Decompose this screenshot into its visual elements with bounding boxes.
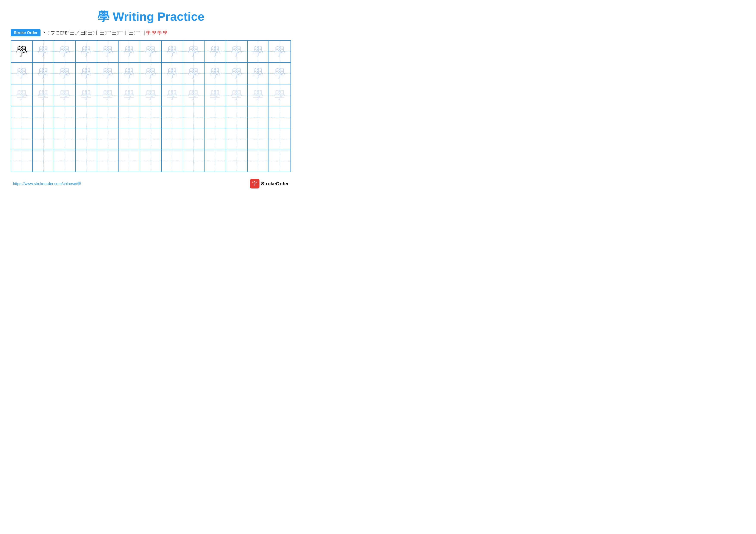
- stroke-step-5: E': [60, 30, 64, 36]
- grid-cell-6-9[interactable]: [183, 150, 205, 172]
- grid-cell-6-4[interactable]: [76, 150, 97, 172]
- footer-link[interactable]: https://www.strokeorder.com/chinese/學: [13, 181, 81, 186]
- grid-cell-1-8[interactable]: 學: [162, 41, 183, 62]
- footer-brand: 字 StrokeOrder: [250, 179, 289, 189]
- grid-cell-6-13[interactable]: [269, 150, 290, 172]
- grid-cell-2-9[interactable]: 學: [183, 63, 205, 84]
- grid-cell-3-1[interactable]: 學: [11, 85, 33, 106]
- grid-cell-2-5[interactable]: 學: [97, 63, 119, 84]
- grid-cell-4-7[interactable]: [140, 106, 162, 128]
- stroke-step-9: 彐𠄌丨: [88, 30, 99, 36]
- grid-cell-2-2[interactable]: 學: [33, 63, 54, 84]
- grid-cell-1-10[interactable]: 學: [204, 41, 226, 62]
- grid-cell-6-7[interactable]: [140, 150, 162, 172]
- grid-cell-4-8[interactable]: [162, 106, 183, 128]
- grid-cell-3-7[interactable]: 學: [140, 85, 162, 106]
- grid-cell-6-6[interactable]: [119, 150, 140, 172]
- grid-cell-3-5[interactable]: 學: [97, 85, 119, 106]
- grid-cell-2-1[interactable]: 學: [11, 63, 33, 84]
- grid-cell-2-3[interactable]: 學: [54, 63, 76, 84]
- stroke-step-2: 𠃌: [48, 30, 50, 36]
- grid-cell-1-2[interactable]: 學: [33, 41, 54, 62]
- grid-cell-1-12[interactable]: 學: [248, 41, 269, 62]
- grid-cell-2-12[interactable]: 學: [248, 63, 269, 84]
- grid-cell-1-6[interactable]: 學: [119, 41, 140, 62]
- grid-cell-4-11[interactable]: [226, 106, 248, 128]
- grid-cell-3-2[interactable]: 學: [33, 85, 54, 106]
- grid-cell-6-1[interactable]: [11, 150, 33, 172]
- grid-cell-6-3[interactable]: [54, 150, 76, 172]
- stroke-step-16: 學: [163, 30, 168, 36]
- title-writing-practice: Writing Practice: [113, 10, 204, 23]
- grid-cell-5-3[interactable]: [54, 128, 76, 150]
- stroke-step-11: 彐𠄌冖丨: [112, 30, 128, 36]
- grid-cell-5-12[interactable]: [248, 128, 269, 150]
- grid-cell-2-10[interactable]: 學: [204, 63, 226, 84]
- grid-cell-5-11[interactable]: [226, 128, 248, 150]
- grid-cell-2-8[interactable]: 學: [162, 63, 183, 84]
- grid-cell-4-9[interactable]: [183, 106, 205, 128]
- grid-cell-4-2[interactable]: [33, 106, 54, 128]
- grid-row-4: [11, 106, 290, 128]
- grid-cell-3-6[interactable]: 學: [119, 85, 140, 106]
- stroke-step-13: 學: [146, 30, 150, 36]
- grid-cell-5-4[interactable]: [76, 128, 97, 150]
- grid-cell-4-13[interactable]: [269, 106, 290, 128]
- grid-cell-5-10[interactable]: [204, 128, 226, 150]
- stroke-steps: 丶𠃌フEE'E''彐ノ彐𠄌彐𠄌丨彐𠄌冖彐𠄌冖丨彐𠄌冖冂學學學學: [42, 30, 168, 36]
- grid-cell-4-12[interactable]: [248, 106, 269, 128]
- char-dark: 學: [16, 46, 27, 57]
- grid-cell-2-7[interactable]: 學: [140, 63, 162, 84]
- grid-cell-5-6[interactable]: [119, 128, 140, 150]
- grid-cell-5-2[interactable]: [33, 128, 54, 150]
- grid-cell-5-1[interactable]: [11, 128, 33, 150]
- grid-cell-6-5[interactable]: [97, 150, 119, 172]
- grid-cell-4-5[interactable]: [97, 106, 119, 128]
- grid-row-3: 學 學 學 學 學 學 學 學 學 學 學 學 學: [11, 85, 290, 106]
- title-area: 學 Writing Practice: [11, 7, 291, 25]
- grid-cell-4-4[interactable]: [76, 106, 97, 128]
- grid-cell-3-11[interactable]: 學: [226, 85, 248, 106]
- grid-cell-1-1[interactable]: 學: [11, 41, 33, 62]
- grid-cell-5-5[interactable]: [97, 128, 119, 150]
- grid-cell-4-6[interactable]: [119, 106, 140, 128]
- stroke-step-4: E: [56, 30, 59, 36]
- practice-grid: 學 學 學 學 學 學 學 學 學 學 學 學 學 學 學 學 學 學 學 學 …: [11, 40, 291, 172]
- stroke-step-3: フ: [50, 30, 55, 36]
- grid-cell-3-8[interactable]: 學: [162, 85, 183, 106]
- grid-cell-5-8[interactable]: [162, 128, 183, 150]
- grid-cell-2-11[interactable]: 學: [226, 63, 248, 84]
- grid-cell-1-9[interactable]: 學: [183, 41, 205, 62]
- grid-cell-3-10[interactable]: 學: [204, 85, 226, 106]
- grid-cell-2-4[interactable]: 學: [76, 63, 97, 84]
- grid-cell-6-2[interactable]: [33, 150, 54, 172]
- title-char: 學: [97, 10, 109, 23]
- grid-cell-3-4[interactable]: 學: [76, 85, 97, 106]
- grid-cell-6-11[interactable]: [226, 150, 248, 172]
- grid-cell-3-9[interactable]: 學: [183, 85, 205, 106]
- grid-cell-6-12[interactable]: [248, 150, 269, 172]
- grid-cell-5-7[interactable]: [140, 128, 162, 150]
- grid-cell-1-7[interactable]: 學: [140, 41, 162, 62]
- grid-cell-4-3[interactable]: [54, 106, 76, 128]
- grid-cell-1-3[interactable]: 學: [54, 41, 76, 62]
- grid-cell-2-6[interactable]: 學: [119, 63, 140, 84]
- grid-cell-1-4[interactable]: 學: [76, 41, 97, 62]
- grid-cell-5-13[interactable]: [269, 128, 290, 150]
- grid-cell-3-13[interactable]: 學: [269, 85, 290, 106]
- grid-cell-5-9[interactable]: [183, 128, 205, 150]
- grid-cell-3-12[interactable]: 學: [248, 85, 269, 106]
- stroke-step-15: 學: [157, 30, 162, 36]
- stroke-order-badge: Stroke Order: [11, 29, 40, 37]
- grid-cell-4-1[interactable]: [11, 106, 33, 128]
- grid-row-2: 學 學 學 學 學 學 學 學 學 學 學 學 學: [11, 63, 290, 85]
- footer: https://www.strokeorder.com/chinese/學 字 …: [11, 179, 291, 189]
- grid-cell-1-13[interactable]: 學: [269, 41, 290, 62]
- grid-cell-2-13[interactable]: 學: [269, 63, 290, 84]
- grid-cell-1-5[interactable]: 學: [97, 41, 119, 62]
- grid-cell-1-11[interactable]: 學: [226, 41, 248, 62]
- grid-cell-3-3[interactable]: 學: [54, 85, 76, 106]
- grid-cell-6-8[interactable]: [162, 150, 183, 172]
- grid-cell-6-10[interactable]: [204, 150, 226, 172]
- grid-cell-4-10[interactable]: [204, 106, 226, 128]
